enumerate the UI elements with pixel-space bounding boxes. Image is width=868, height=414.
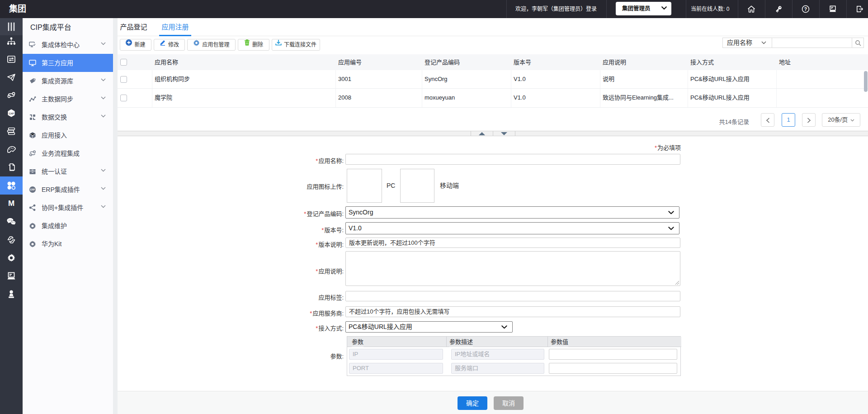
svg-text:?: ? — [804, 7, 807, 12]
svg-text:ERP: ERP — [30, 188, 35, 191]
svg-text:CAP: CAP — [9, 112, 14, 115]
